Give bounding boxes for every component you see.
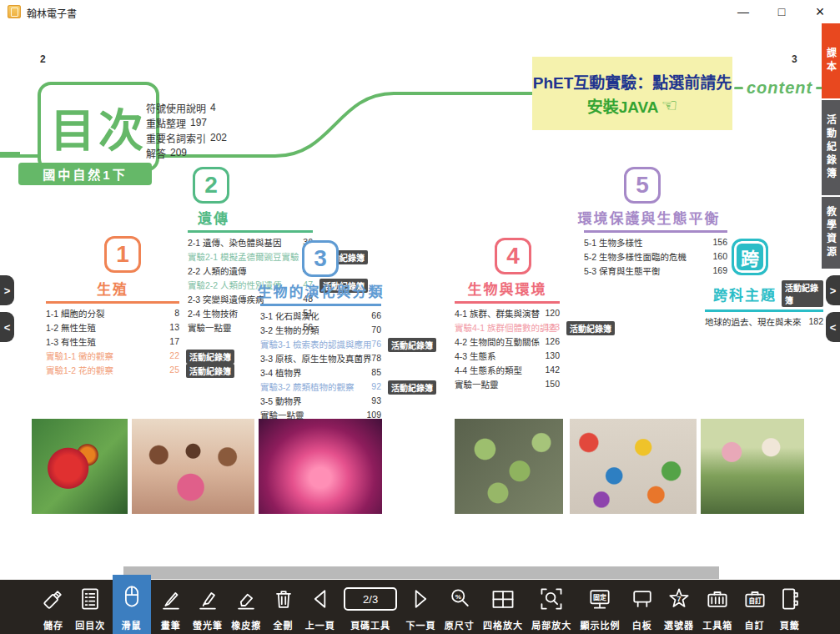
toc-item-experiment[interactable]: 實驗3-2 蕨類植物的觀察92活動紀錄簿 [260,380,381,395]
close-button[interactable]: × [806,2,834,22]
toc-item[interactable]: 4-1 族群、群集與演替120 [455,307,560,321]
tab-activity-book[interactable]: 活動紀錄簿 [822,100,840,195]
chapter-4-number-box: 4 [495,238,531,274]
toc-item[interactable]: 1-2 無性生殖13 [46,321,179,335]
toc-item-experiment[interactable]: 實驗1-2 花的觀察25活動紀錄簿 [46,364,179,378]
display-scale-button[interactable]: 固定 顯示比例 [578,580,621,634]
custom-button[interactable]: 自訂 自訂 [740,580,770,634]
minimize-button[interactable]: — [729,2,757,22]
next-page-button[interactable]: 下一頁 [404,580,437,634]
toc-item[interactable]: 3-1 化石與演化66 [260,309,381,324]
chapter-1-block: 1 生殖 1-1 細胞的分裂8 1-2 無性生殖13 1-3 有性生殖17 實驗… [46,236,179,378]
tab-teaching-resources[interactable]: 教學資源 [822,197,840,269]
activity-book-badge[interactable]: 活動紀錄簿 [782,280,823,307]
save-button[interactable]: 儲存 [38,580,68,634]
page-indicator-value[interactable]: 2/3 [344,587,397,611]
activity-book-badge[interactable]: 活動紀錄簿 [186,364,234,378]
horizontal-scrollbar[interactable] [123,566,719,579]
chapter-5-number-box: 5 [624,167,661,204]
four-grid-zoom-button[interactable]: 四格放大 [481,580,525,634]
chapter-1-number-box: 1 [104,236,141,273]
toc-item[interactable]: 地球的過去、現在與未來182 [705,315,823,330]
toc-item-experiment[interactable]: 實驗3-1 檢索表的認識與應用76活動紀錄簿 [260,338,381,352]
partial-zoom-button[interactable]: 局部放大 [530,580,573,634]
tool-label: 橡皮擦 [231,618,261,631]
activity-book-badge[interactable]: 活動紀錄簿 [566,321,615,335]
photo-girls-gardening [701,419,804,514]
cross-topic-underline [705,309,823,312]
chapter-1-title: 生殖 [46,278,179,299]
toc-title: 目次 [50,94,147,160]
activity-book-badge[interactable]: 活動紀錄簿 [186,350,234,364]
tool-label: 螢光筆 [193,618,223,631]
dash-decoration [734,87,743,89]
toolbox-button[interactable]: 工具箱 [701,580,734,634]
back-to-toc-button[interactable]: 回目次 [73,580,107,634]
toc-title-box: 目次 [38,82,159,172]
toc-item-experiment[interactable]: 實驗1-1 黴的觀察22活動紀錄簿 [46,350,179,364]
toc-item[interactable]: 4-3 生態系130 [455,350,560,364]
tool-label: 四格放大 [483,618,523,631]
toc-item[interactable]: 1-3 有性生殖17 [46,335,179,350]
left-edge-back-button[interactable]: < [0,312,14,342]
toc-item[interactable]: 4-4 生態系的類型142 [455,364,560,378]
toc-item-page: 130 [545,350,560,360]
tab-textbook[interactable]: 課本 [822,23,840,98]
toc-item-page: 126 [545,336,560,346]
toc-item-page: 66 [371,310,381,320]
right-edge-back-button[interactable]: < [826,312,840,342]
number-picker-button[interactable]: 7 選號器 [662,580,696,634]
front-matter-item[interactable]: 重要名詞索引 202 [146,130,227,145]
cross-topic-title: 跨科主題 [705,284,777,304]
page-number-tool[interactable]: 2/3 頁碼工具 [342,580,399,634]
original-size-button[interactable]: % 原尺寸 [443,580,476,634]
maximize-button[interactable]: □ [767,2,796,22]
toc-item[interactable]: 3-5 動物界93 [260,395,381,409]
front-item-page: 209 [170,147,187,158]
left-edge-forward-button[interactable]: > [0,275,14,305]
whiteboard-button[interactable]: 白板 [627,580,657,634]
toc-item[interactable]: 3-3 原核、原生生物及真菌界78 [260,352,381,366]
toc-item-label: 實驗1-2 花的觀察 [46,365,113,375]
front-matter-item[interactable]: 符號使用說明 4 [146,100,227,115]
chapter-3-title: 生物的演化與分類 [239,280,402,301]
eraser-button[interactable]: 橡皮擦 [229,580,263,634]
pen-button[interactable]: 畫筆 [156,580,186,634]
note-line2-text: 安裝JAVA [587,94,659,117]
tool-label: 頁碼工具 [350,618,390,631]
activity-book-badge[interactable]: 活動紀錄簿 [388,380,436,395]
front-matter-item[interactable]: 重點整理 197 [146,115,227,130]
previous-page-button[interactable]: 上一頁 [304,580,337,634]
app-logo-icon [8,5,21,18]
toc-item-label: 1-2 無性生殖 [46,323,96,333]
toc-item[interactable]: 實驗一點靈150 [455,378,560,392]
toc-item[interactable]: 實驗一點靈109 [260,409,381,423]
bottom-toolbar: 儲存 回目次 滑鼠 畫筆 螢光筆 橡皮擦 全刪 [0,580,840,634]
toc-item[interactable]: 1-1 細胞的分裂8 [46,307,179,321]
right-edge-forward-button[interactable]: > [826,275,840,305]
mouse-tool-button[interactable]: 滑鼠 [113,575,151,634]
activity-book-badge[interactable]: 活動紀錄簿 [388,338,436,352]
chapter-3-number-box: 3 [302,240,339,277]
toolbox-icon [704,580,731,618]
toc-item-label: 實驗一點靈 [455,380,499,390]
front-matter-item[interactable]: 解答 209 [146,145,227,160]
chapter-4-items: 4-1 族群、群集與演替120 實驗4-1 族群個體數的調查123活動紀錄簿 4… [455,307,560,392]
star-number-icon: 7 [666,580,692,618]
delete-all-button[interactable]: 全刪 [269,580,299,634]
toc-item[interactable]: 3-2 生物的分類70 [260,324,381,338]
toc-item-label: 實驗4-1 族群個體數的調查 [455,323,557,333]
toc-item-label: 1-3 有性生殖 [46,337,96,347]
highlighter-button[interactable]: 螢光筆 [191,580,224,634]
tool-label: 白板 [632,618,652,631]
toc-item[interactable]: 3-4 植物界85 [260,366,381,380]
cross-topic-header: 跨科主題 活動紀錄簿 [705,280,823,307]
page-tabs-button[interactable]: 頁籤 [775,580,805,634]
toc-item-experiment[interactable]: 實驗4-1 族群個體數的調查123活動紀錄簿 [455,321,560,335]
toc-item-label: 實驗一點靈 [188,323,232,333]
cross-topic-number-box: 跨 [732,239,768,275]
toc-item[interactable]: 4-2 生物間的互動關係126 [455,335,560,350]
front-item-label: 重點整理 [146,116,186,130]
toc-list-icon [77,580,103,618]
chapter-3-underline [260,304,381,306]
